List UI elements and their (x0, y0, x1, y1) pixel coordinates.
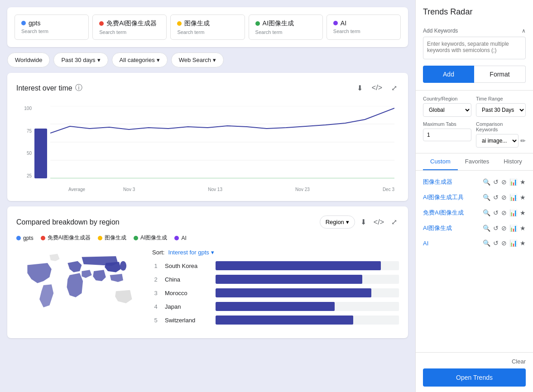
keyword-text-3[interactable]: 免费AI图像生成 (423, 209, 479, 217)
chevron-down-icon-2: ▾ (157, 57, 160, 63)
region-bar-1 (216, 261, 381, 270)
legend-label-gpts: gpts (23, 235, 34, 241)
block-icon-3[interactable]: ⊘ (501, 209, 507, 216)
chart-icon-5[interactable]: 📊 (509, 239, 517, 247)
block-icon-4[interactable]: ⊘ (501, 225, 507, 232)
region-bar-container-4 (216, 302, 399, 311)
search-type-filter[interactable]: Web Search ▾ (171, 53, 224, 67)
embed-icon[interactable]: </> (370, 82, 384, 94)
keyword-text-2[interactable]: AI图像生成工具 (423, 193, 479, 201)
search-icon-1[interactable]: 🔍 (483, 178, 490, 186)
format-button[interactable]: Format (474, 66, 526, 83)
sort-select[interactable]: Interest for gpts ▾ (168, 249, 214, 256)
keyword-text-1[interactable]: 图像生成器 (423, 178, 479, 186)
search-icon-3[interactable]: 🔍 (483, 209, 490, 216)
star-icon-1[interactable]: ★ (520, 178, 526, 186)
edit-icon[interactable]: ✏ (520, 137, 526, 144)
term-label-2: Search term (99, 29, 160, 35)
chevron-down-icon-3: ▾ (213, 57, 216, 63)
filters-bar: Worldwide Past 30 days ▾ All categories … (7, 53, 408, 67)
keyword-text-4[interactable]: AI图像生成 (423, 224, 479, 232)
chart-icon-1[interactable]: 📊 (509, 178, 517, 186)
term-name-3: 图像生成 (184, 19, 210, 28)
chart-icon-4[interactable]: 📊 (509, 225, 517, 232)
keywords-textarea[interactable] (423, 37, 526, 59)
share-icon[interactable]: ⤢ (389, 82, 399, 94)
max-tabs-input[interactable] (423, 129, 471, 141)
max-tabs-label: Maximum Tabs (423, 121, 471, 127)
open-trends-button[interactable]: Open Trends (423, 368, 526, 387)
time-range-group: Time Range Past 30 Days (476, 96, 526, 117)
worldwide-filter[interactable]: Worldwide (7, 53, 50, 67)
region-rank-2: 2 (152, 276, 159, 283)
x-axis: Average Nov 3 Nov 13 Nov 23 Dec 3 (50, 187, 394, 192)
comp-keywords-select[interactable]: ai image... (476, 134, 519, 148)
term-card-4[interactable]: AI图像生成 Search term (249, 14, 323, 40)
keyword-list: 图像生成器 🔍 ↺ ⊘ 📊 ★ AI图像生成工具 🔍 ↺ ⊘ 📊 ★ 免费AI图… (416, 171, 533, 352)
star-icon-3[interactable]: ★ (520, 209, 526, 216)
collapse-icon[interactable]: ∧ (522, 28, 526, 34)
keyword-item-4: AI图像生成 🔍 ↺ ⊘ 📊 ★ (416, 220, 533, 236)
region-legend: gpts 免费AI图像生成器 图像生成 AI图像生成 AI (16, 234, 399, 242)
legend-mianfei: 免费AI图像生成器 (41, 234, 91, 242)
categories-filter[interactable]: All categories ▾ (112, 53, 168, 67)
keyword-item-3: 免费AI图像生成 🔍 ↺ ⊘ 📊 ★ (416, 205, 533, 220)
term-dot-3 (177, 21, 182, 26)
time-chart-container: 100 75 50 25 (16, 101, 399, 192)
legend-ai: AI (174, 234, 186, 242)
star-icon-5[interactable]: ★ (520, 239, 526, 247)
search-icon-4[interactable]: 🔍 (483, 225, 490, 232)
keyword-item-2: AI图像生成工具 🔍 ↺ ⊘ 📊 ★ (416, 190, 533, 205)
search-icon-5[interactable]: 🔍 (483, 239, 490, 247)
refresh-icon-4[interactable]: ↺ (493, 225, 499, 232)
block-icon-2[interactable]: ⊘ (501, 194, 507, 201)
region-toggle-btn[interactable]: Region ▾ (320, 215, 355, 229)
download-icon[interactable]: ⬇ (355, 82, 365, 94)
refresh-icon-5[interactable]: ↺ (493, 239, 499, 247)
region-name-2: China (165, 276, 210, 283)
embed-region-icon[interactable]: </> (372, 216, 386, 228)
refresh-icon-3[interactable]: ↺ (493, 209, 499, 216)
tab-favorites[interactable]: Favorites (458, 153, 496, 170)
term-card-3[interactable]: 图像生成 Search term (170, 14, 245, 40)
chevron-down-icon-5: ▾ (211, 249, 214, 256)
star-icon-2[interactable]: ★ (520, 194, 526, 201)
tab-custom[interactable]: Custom (423, 153, 458, 170)
help-icon[interactable]: ⓘ (75, 83, 82, 93)
share-region-icon[interactable]: ⤢ (389, 216, 399, 228)
max-tabs-group: Maximum Tabs (423, 121, 471, 148)
worldwide-label: Worldwide (15, 57, 42, 63)
keyword-text-5[interactable]: AI (423, 240, 479, 247)
sidebar-settings: Country/Region Global Time Range Past 30… (416, 91, 533, 153)
chart-icon-3[interactable]: 📊 (509, 209, 517, 216)
refresh-icon-1[interactable]: ↺ (493, 178, 499, 186)
region-name-1: South Korea (165, 263, 210, 269)
term-label-3: Search term (177, 29, 238, 35)
download-region-icon[interactable]: ⬇ (359, 216, 368, 228)
categories-label: All categories (120, 57, 155, 63)
tab-history[interactable]: History (496, 153, 529, 170)
term-card-1[interactable]: gpts Search term (14, 14, 89, 40)
search-icon-2[interactable]: 🔍 (483, 194, 490, 201)
tabs-row: Custom Favorites History (416, 153, 533, 171)
sidebar: Trends Radar Add Keywords ∧ Add Format C… (415, 0, 533, 392)
region-row-4: 4 Japan (152, 302, 399, 311)
star-icon-4[interactable]: ★ (520, 225, 526, 232)
refresh-icon-2[interactable]: ↺ (493, 194, 499, 201)
legend-dot-gpts (16, 236, 21, 240)
chart-icon-2[interactable]: 📊 (509, 194, 517, 201)
search-type-label: Web Search (179, 57, 211, 63)
past30-filter[interactable]: Past 30 days ▾ (53, 53, 108, 67)
region-bar-3 (216, 288, 371, 297)
clear-button[interactable]: Clear (512, 358, 526, 365)
time-range-select[interactable]: Past 30 Days (476, 103, 526, 117)
country-region-select[interactable]: Global (423, 103, 471, 117)
past30-label: Past 30 days (61, 57, 95, 63)
term-card-2[interactable]: 免费AI图像生成器 Search term (92, 14, 167, 40)
legend-label-tuxiang: 图像生成 (105, 234, 126, 242)
sidebar-title: Trends Radar (423, 7, 472, 17)
add-keywords-button[interactable]: Add (423, 66, 474, 83)
block-icon-5[interactable]: ⊘ (501, 239, 507, 247)
term-card-5[interactable]: AI Search term (327, 14, 401, 40)
block-icon-1[interactable]: ⊘ (501, 178, 507, 186)
